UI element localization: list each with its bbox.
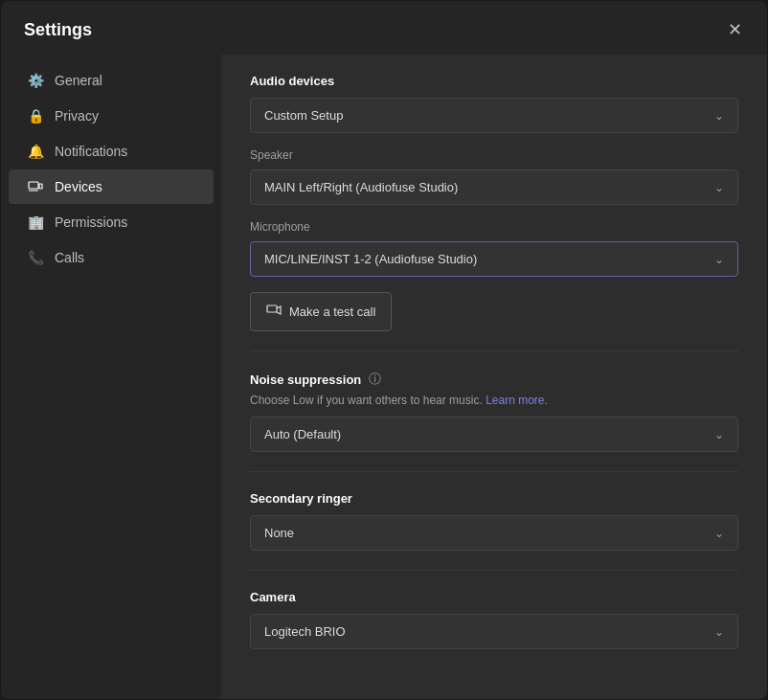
audio-device-chevron-icon: ⌄ (714, 109, 724, 123)
audio-device-dropdown[interactable]: Custom Setup ⌄ (250, 98, 738, 133)
camera-label: Camera (250, 590, 738, 604)
sidebar-label-calls: Calls (55, 250, 84, 265)
noise-chevron-icon: ⌄ (714, 428, 724, 441)
divider-3 (250, 570, 738, 571)
noise-suppression-title-row: Noise suppression ⓘ (250, 371, 738, 388)
close-button[interactable]: ✕ (721, 16, 748, 43)
divider-1 (250, 350, 738, 351)
divider-2 (250, 471, 738, 472)
audio-device-value: Custom Setup (264, 108, 343, 123)
learn-more-link[interactable]: Learn more. (486, 394, 548, 407)
microphone-dropdown[interactable]: MIC/LINE/INST 1-2 (Audiofuse Studio) ⌄ (250, 241, 738, 277)
window-title: Settings (24, 20, 92, 40)
main-content: Audio devices Custom Setup ⌄ Speaker MAI… (221, 55, 767, 699)
info-icon[interactable]: ⓘ (369, 371, 381, 388)
sidebar-item-general[interactable]: ⚙️ General (9, 63, 214, 98)
svg-rect-3 (267, 305, 277, 312)
secondary-ringer-label: Secondary ringer (250, 491, 738, 506)
speaker-label: Speaker (250, 148, 738, 162)
test-call-label: Make a test call (289, 305, 375, 319)
sidebar-label-privacy: Privacy (55, 108, 99, 124)
settings-window: Settings ✕ ⚙️ General 🔒 Privacy 🔔 Notifi… (1, 1, 767, 699)
svg-rect-0 (29, 182, 38, 189)
secondary-ringer-dropdown[interactable]: None ⌄ (250, 515, 738, 551)
noise-suppression-label: Noise suppression (250, 373, 361, 387)
microphone-chevron-icon: ⌄ (714, 253, 724, 266)
phone-icon: 📞 (28, 250, 43, 265)
microphone-value: MIC/LINE/INST 1-2 (Audiofuse Studio) (264, 252, 477, 266)
sidebar-item-permissions[interactable]: 🏢 Permissions (9, 205, 214, 239)
speaker-chevron-icon: ⌄ (714, 181, 724, 194)
test-call-button[interactable]: Make a test call (250, 292, 392, 331)
title-bar: Settings ✕ (1, 1, 767, 55)
sidebar-item-calls[interactable]: 📞 Calls (9, 240, 214, 275)
content-area: ⚙️ General 🔒 Privacy 🔔 Notifications (1, 55, 767, 699)
audio-devices-label: Audio devices (250, 74, 738, 88)
speaker-value: MAIN Left/Right (Audiofuse Studio) (264, 180, 458, 194)
sidebar-item-privacy[interactable]: 🔒 Privacy (9, 99, 214, 133)
secondary-ringer-chevron-icon: ⌄ (714, 527, 724, 540)
noise-description: Choose Low if you want others to hear mu… (250, 394, 738, 407)
sidebar: ⚙️ General 🔒 Privacy 🔔 Notifications (1, 55, 221, 699)
sidebar-label-general: General (55, 73, 102, 88)
sidebar-label-notifications: Notifications (55, 144, 127, 159)
camera-dropdown[interactable]: Logitech BRIO ⌄ (250, 614, 738, 649)
noise-suppression-value: Auto (Default) (264, 427, 341, 441)
lock-icon: 🔒 (28, 108, 43, 124)
microphone-label: Microphone (250, 220, 738, 234)
sidebar-label-devices: Devices (55, 179, 102, 194)
building-icon: 🏢 (28, 215, 43, 230)
sidebar-label-permissions: Permissions (55, 215, 127, 230)
noise-suppression-dropdown[interactable]: Auto (Default) ⌄ (250, 417, 738, 452)
camera-value: Logitech BRIO (264, 624, 346, 639)
speaker-dropdown[interactable]: MAIN Left/Right (Audiofuse Studio) ⌄ (250, 169, 738, 205)
gear-icon: ⚙️ (28, 73, 43, 88)
sidebar-item-devices[interactable]: Devices (9, 169, 214, 204)
test-call-icon (266, 303, 282, 321)
svg-rect-1 (39, 184, 42, 189)
bell-icon: 🔔 (28, 144, 43, 159)
sidebar-item-notifications[interactable]: 🔔 Notifications (9, 134, 214, 169)
devices-icon (28, 179, 43, 194)
camera-chevron-icon: ⌄ (714, 625, 724, 639)
secondary-ringer-value: None (264, 526, 294, 540)
